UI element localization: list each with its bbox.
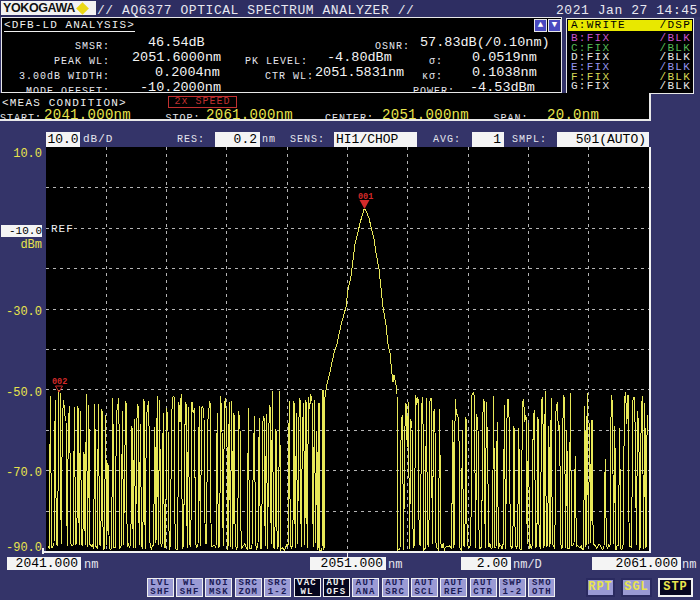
svg-text:001: 001 <box>358 192 373 202</box>
svg-text:002: 002 <box>52 377 67 387</box>
svg-text:REF: REF <box>51 223 74 235</box>
